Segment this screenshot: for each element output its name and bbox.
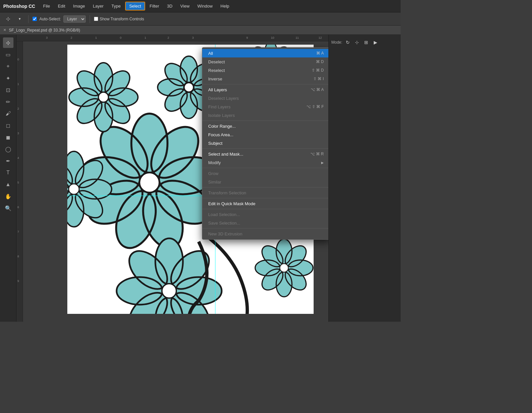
menu-3d[interactable]: 3D (164, 2, 176, 10)
ruler-tick-11: 11 (296, 36, 299, 39)
canvas-area[interactable]: 3 2 1 0 1 2 3 9 10 11 12 0 1 2 3 4 5 6 7… (16, 35, 328, 322)
menu-item-reselect[interactable]: Reselect ⇧ ⌘ D (202, 66, 328, 75)
ruler-tick-3: 3 (192, 36, 194, 39)
mode-move-icon[interactable]: ⊹ (353, 39, 361, 46)
menu-item-new-3d-extrusion-label: New 3D Extrusion (208, 231, 242, 236)
shape-tool[interactable]: ▲ (3, 179, 13, 190)
menu-item-deselect-layers-label: Deselect Layers (208, 96, 239, 101)
menu-sep-4 (202, 168, 328, 168)
menu-type[interactable]: Type (108, 2, 124, 10)
zoom-tool[interactable]: 🔍 (3, 203, 13, 213)
arrow-down-icon[interactable]: ▼ (15, 14, 24, 24)
menu-file[interactable]: File (40, 2, 53, 10)
ruler-vtick-5: 5 (17, 181, 19, 184)
menu-item-select-mask[interactable]: Select and Mask... ⌥ ⌘ R (202, 150, 328, 158)
select-menu-dropdown: All ⌘ A ← Deselect ⌘ D Reselect ⇧ ⌘ D In… (202, 47, 328, 240)
menu-view[interactable]: View (177, 2, 193, 10)
ruler-tick-9: 9 (246, 36, 248, 39)
menu-item-select-mask-shortcut: ⌥ ⌘ R (310, 152, 324, 156)
menu-filter[interactable]: Filter (146, 2, 163, 10)
mode-label: Mode: (331, 40, 342, 45)
mode-transform-icon[interactable]: ⊞ (363, 39, 370, 46)
menu-item-deselect[interactable]: Deselect ⌘ D (202, 57, 328, 66)
ruler-tick-1: 1 (144, 36, 146, 39)
mode-toolbar: Mode: ↻ ⊹ ⊞ ▶ (331, 37, 398, 47)
type-tool[interactable]: T (3, 167, 13, 178)
menu-item-all-shortcut: ⌘ A (316, 51, 324, 55)
menu-item-all[interactable]: All ⌘ A ← (202, 49, 328, 57)
gradient-tool[interactable]: ◼ (3, 132, 13, 142)
ruler-vtick-9: 9 (17, 279, 19, 283)
ruler-tick-1neg: 1 (95, 36, 97, 39)
lasso-tool[interactable]: ⌖ (3, 61, 13, 72)
right-panel: Mode: ↻ ⊹ ⊞ ▶ (328, 35, 401, 322)
close-tab-button[interactable]: ✕ (3, 28, 6, 32)
menu-item-quick-mask[interactable]: Edit in Quick Mask Mode (202, 199, 328, 208)
show-transform-check[interactable] (94, 17, 98, 21)
menu-edit[interactable]: Edit (55, 2, 68, 10)
menu-item-select-mask-label: Select and Mask... (208, 152, 243, 157)
menu-item-color-range[interactable]: Color Range... (202, 122, 328, 130)
menu-item-reselect-shortcut: ⇧ ⌘ D (312, 68, 324, 73)
menu-item-save-selection: Save Selection... (202, 219, 328, 227)
menu-item-all-layers[interactable]: All Layers ⌥ ⌘ A (202, 85, 328, 94)
hand-tool[interactable]: ✋ (3, 191, 13, 202)
menu-sep-7 (202, 209, 328, 209)
pen-tool[interactable]: ✒ (3, 156, 13, 166)
ruler-tick-2: 2 (167, 36, 169, 39)
menu-item-isolate-layers-label: Isolate Layers (208, 113, 235, 118)
document-tab: ✕ SF_Logo_Repeat.psd @ 33.3% (RGB/8) (0, 26, 401, 35)
menu-item-save-selection-label: Save Selection... (208, 221, 240, 226)
menu-image[interactable]: Image (70, 2, 88, 10)
move-tool[interactable]: ⊹ (3, 37, 13, 48)
svg-point-36 (99, 92, 108, 102)
eyedropper-tool[interactable]: ✏ (3, 97, 13, 107)
ruler-vertical: 0 1 2 3 4 5 6 7 8 9 (16, 41, 23, 322)
menu-item-reselect-label: Reselect (208, 68, 225, 73)
menu-item-find-layers-label: Find Layers (208, 104, 231, 109)
ruler-vtick-8: 8 (17, 255, 19, 258)
ruler-vtick-2: 2 (17, 107, 19, 110)
ruler-tick-12: 12 (319, 36, 322, 39)
move-tool-icon[interactable]: ⊹ (3, 14, 12, 24)
menu-item-color-range-label: Color Range... (208, 124, 236, 129)
menu-sep-8 (202, 228, 328, 228)
ruler-tick-2neg: 2 (71, 36, 72, 39)
menu-help[interactable]: Help (217, 2, 233, 10)
menu-item-focus-area-label: Focus Area... (208, 132, 233, 137)
menu-window[interactable]: Window (194, 2, 216, 10)
auto-select-label: Auto-Select: (39, 17, 61, 21)
menu-item-find-layers: Find Layers ⌥ ⇧ ⌘ F (202, 102, 328, 111)
show-transform-label: Show Transform Controls (100, 17, 144, 21)
menu-item-inverse[interactable]: Inverse ⇧ ⌘ I (202, 75, 328, 83)
auto-select-dropdown[interactable]: Layer Group (63, 15, 86, 23)
crop-tool[interactable]: ⊡ (3, 85, 13, 95)
menu-item-modify[interactable]: Modify ▶ (202, 158, 328, 167)
menu-sep-5 (202, 187, 328, 187)
menu-item-new-3d-extrusion: New 3D Extrusion (202, 229, 328, 238)
menubar: Photoshop CC File Edit Image Layer Type … (0, 0, 401, 12)
ruler-vtick-3: 3 (17, 132, 19, 135)
menu-item-subject-label: Subject (208, 141, 222, 146)
doc-tab-label: SF_Logo_Repeat.psd @ 33.3% (RGB/8) (9, 28, 80, 33)
brush-tool[interactable]: 🖌 (3, 108, 13, 119)
menu-item-transform-selection-label: Transform Selection (208, 190, 246, 195)
menu-layer[interactable]: Layer (90, 2, 107, 10)
eraser-tool[interactable]: ◻ (3, 120, 13, 131)
menu-sep-1 (202, 84, 328, 84)
mode-video-icon[interactable]: ▶ (372, 39, 379, 46)
menu-sep-2 (202, 120, 328, 121)
mode-rotate-icon[interactable]: ↻ (344, 39, 351, 46)
menu-item-similar-label: Similar (208, 180, 221, 185)
select-rect-tool[interactable]: ▭ (3, 49, 13, 60)
show-transform-checkbox[interactable]: Show Transform Controls (94, 17, 144, 21)
menu-item-all-label: All (208, 51, 213, 56)
auto-select-checkbox[interactable] (33, 17, 37, 21)
menu-item-focus-area[interactable]: Focus Area... (202, 130, 328, 139)
menu-item-subject[interactable]: Subject (202, 139, 328, 147)
menu-select[interactable]: Select (125, 2, 145, 11)
menu-item-find-layers-shortcut: ⌥ ⇧ ⌘ F (306, 104, 324, 109)
app-title: Photoshop CC (3, 4, 35, 9)
magic-wand-tool[interactable]: ✦ (3, 73, 13, 83)
dodge-tool[interactable]: ◯ (3, 144, 13, 154)
